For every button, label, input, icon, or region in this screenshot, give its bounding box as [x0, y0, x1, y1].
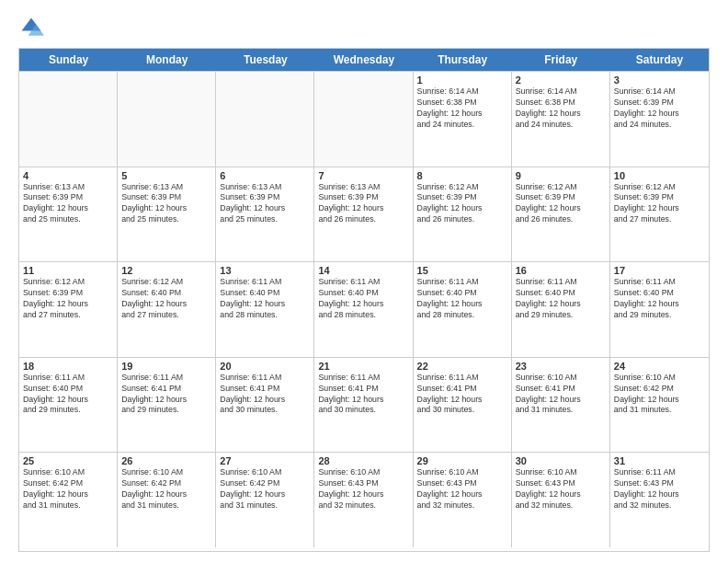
day-number: 14 [318, 265, 408, 276]
day-cell-17: 17Sunrise: 6:11 AM Sunset: 6:40 PM Dayli… [610, 262, 709, 357]
day-cell-24: 24Sunrise: 6:10 AM Sunset: 6:42 PM Dayli… [610, 358, 709, 453]
day-number: 31 [614, 455, 705, 466]
day-info: Sunrise: 6:10 AM Sunset: 6:42 PM Dayligh… [121, 467, 211, 511]
day-number: 19 [121, 361, 211, 372]
day-number: 15 [417, 265, 507, 276]
day-info: Sunrise: 6:11 AM Sunset: 6:41 PM Dayligh… [121, 373, 211, 417]
day-info: Sunrise: 6:11 AM Sunset: 6:40 PM Dayligh… [614, 277, 705, 321]
day-info: Sunrise: 6:14 AM Sunset: 6:38 PM Dayligh… [417, 86, 507, 131]
day-cell-9: 9Sunrise: 6:12 AM Sunset: 6:39 PM Daylig… [512, 167, 610, 262]
logo [18, 15, 48, 40]
day-cell-26: 26Sunrise: 6:10 AM Sunset: 6:42 PM Dayli… [118, 453, 216, 547]
day-cell-4: 4Sunrise: 6:13 AM Sunset: 6:39 PM Daylig… [19, 167, 118, 262]
empty-cell [216, 72, 314, 167]
day-info: Sunrise: 6:10 AM Sunset: 6:42 PM Dayligh… [614, 373, 705, 417]
day-info: Sunrise: 6:10 AM Sunset: 6:42 PM Dayligh… [220, 467, 310, 511]
day-cell-30: 30Sunrise: 6:10 AM Sunset: 6:43 PM Dayli… [512, 453, 610, 547]
week-row-5: 25Sunrise: 6:10 AM Sunset: 6:42 PM Dayli… [19, 452, 709, 547]
calendar-header: SundayMondayTuesdayWednesdayThursdayFrid… [19, 49, 709, 71]
day-cell-12: 12Sunrise: 6:12 AM Sunset: 6:40 PM Dayli… [118, 262, 216, 357]
day-number: 22 [417, 361, 507, 372]
week-row-2: 4Sunrise: 6:13 AM Sunset: 6:39 PM Daylig… [19, 167, 709, 262]
day-info: Sunrise: 6:10 AM Sunset: 6:41 PM Dayligh… [516, 373, 606, 417]
calendar: SundayMondayTuesdayWednesdayThursdayFrid… [18, 48, 710, 552]
day-cell-25: 25Sunrise: 6:10 AM Sunset: 6:42 PM Dayli… [19, 453, 118, 547]
week-row-1: 1Sunrise: 6:14 AM Sunset: 6:38 PM Daylig… [19, 71, 709, 167]
day-info: Sunrise: 6:12 AM Sunset: 6:40 PM Dayligh… [121, 277, 211, 321]
day-number: 18 [23, 361, 113, 372]
header [18, 15, 710, 40]
day-number: 20 [220, 361, 310, 372]
day-info: Sunrise: 6:11 AM Sunset: 6:41 PM Dayligh… [417, 373, 507, 417]
day-number: 21 [318, 361, 408, 372]
day-info: Sunrise: 6:11 AM Sunset: 6:40 PM Dayligh… [318, 277, 408, 321]
day-info: Sunrise: 6:11 AM Sunset: 6:43 PM Dayligh… [614, 467, 705, 511]
day-number: 8 [417, 170, 507, 181]
day-number: 9 [516, 170, 606, 181]
day-info: Sunrise: 6:13 AM Sunset: 6:39 PM Dayligh… [220, 182, 310, 226]
header-day-sunday: Sunday [19, 49, 118, 71]
day-number: 11 [23, 265, 113, 276]
page: SundayMondayTuesdayWednesdayThursdayFrid… [0, 0, 728, 563]
day-info: Sunrise: 6:10 AM Sunset: 6:43 PM Dayligh… [516, 467, 606, 511]
day-number: 30 [516, 455, 606, 466]
day-cell-11: 11Sunrise: 6:12 AM Sunset: 6:39 PM Dayli… [19, 262, 118, 357]
day-number: 10 [614, 170, 705, 181]
day-info: Sunrise: 6:13 AM Sunset: 6:39 PM Dayligh… [318, 182, 408, 226]
day-info: Sunrise: 6:13 AM Sunset: 6:39 PM Dayligh… [23, 182, 113, 226]
day-cell-7: 7Sunrise: 6:13 AM Sunset: 6:39 PM Daylig… [314, 167, 413, 262]
day-info: Sunrise: 6:12 AM Sunset: 6:39 PM Dayligh… [417, 182, 507, 226]
header-day-friday: Friday [512, 49, 610, 71]
day-cell-23: 23Sunrise: 6:10 AM Sunset: 6:41 PM Dayli… [512, 358, 610, 453]
day-number: 13 [220, 265, 310, 276]
day-cell-5: 5Sunrise: 6:13 AM Sunset: 6:39 PM Daylig… [118, 167, 216, 262]
week-row-4: 18Sunrise: 6:11 AM Sunset: 6:40 PM Dayli… [19, 357, 709, 453]
day-number: 26 [121, 455, 211, 466]
day-cell-21: 21Sunrise: 6:11 AM Sunset: 6:41 PM Dayli… [314, 358, 413, 453]
day-number: 28 [318, 455, 408, 466]
empty-cell [19, 72, 118, 167]
day-cell-28: 28Sunrise: 6:10 AM Sunset: 6:43 PM Dayli… [314, 453, 413, 547]
day-number: 17 [614, 265, 705, 276]
header-day-saturday: Saturday [610, 49, 709, 71]
calendar-body: 1Sunrise: 6:14 AM Sunset: 6:38 PM Daylig… [19, 71, 709, 547]
day-info: Sunrise: 6:11 AM Sunset: 6:40 PM Dayligh… [23, 373, 113, 417]
header-day-thursday: Thursday [414, 49, 512, 71]
day-cell-1: 1Sunrise: 6:14 AM Sunset: 6:38 PM Daylig… [414, 72, 512, 167]
day-number: 27 [220, 455, 310, 466]
day-cell-6: 6Sunrise: 6:13 AM Sunset: 6:39 PM Daylig… [216, 167, 314, 262]
day-cell-8: 8Sunrise: 6:12 AM Sunset: 6:39 PM Daylig… [414, 167, 512, 262]
logo-icon [18, 15, 44, 40]
day-info: Sunrise: 6:10 AM Sunset: 6:42 PM Dayligh… [23, 467, 113, 511]
day-number: 1 [417, 75, 507, 86]
day-cell-13: 13Sunrise: 6:11 AM Sunset: 6:40 PM Dayli… [216, 262, 314, 357]
day-number: 16 [516, 265, 606, 276]
day-info: Sunrise: 6:13 AM Sunset: 6:39 PM Dayligh… [121, 182, 211, 226]
day-number: 4 [23, 170, 113, 181]
week-row-3: 11Sunrise: 6:12 AM Sunset: 6:39 PM Dayli… [19, 261, 709, 357]
day-number: 7 [318, 170, 408, 181]
day-info: Sunrise: 6:11 AM Sunset: 6:40 PM Dayligh… [516, 277, 606, 321]
header-day-monday: Monday [118, 49, 216, 71]
day-number: 6 [220, 170, 310, 181]
empty-cell [314, 72, 413, 167]
day-info: Sunrise: 6:10 AM Sunset: 6:43 PM Dayligh… [318, 467, 408, 511]
day-cell-22: 22Sunrise: 6:11 AM Sunset: 6:41 PM Dayli… [414, 358, 512, 453]
day-info: Sunrise: 6:12 AM Sunset: 6:39 PM Dayligh… [614, 182, 705, 226]
header-day-tuesday: Tuesday [216, 49, 314, 71]
day-number: 24 [614, 361, 705, 372]
day-number: 5 [121, 170, 211, 181]
day-cell-2: 2Sunrise: 6:14 AM Sunset: 6:38 PM Daylig… [512, 72, 610, 167]
day-cell-10: 10Sunrise: 6:12 AM Sunset: 6:39 PM Dayli… [610, 167, 709, 262]
day-number: 23 [516, 361, 606, 372]
day-cell-20: 20Sunrise: 6:11 AM Sunset: 6:41 PM Dayli… [216, 358, 314, 453]
day-info: Sunrise: 6:11 AM Sunset: 6:41 PM Dayligh… [220, 373, 310, 417]
day-info: Sunrise: 6:11 AM Sunset: 6:41 PM Dayligh… [318, 373, 408, 417]
day-info: Sunrise: 6:11 AM Sunset: 6:40 PM Dayligh… [220, 277, 310, 321]
day-number: 3 [614, 75, 705, 86]
day-cell-16: 16Sunrise: 6:11 AM Sunset: 6:40 PM Dayli… [512, 262, 610, 357]
day-cell-31: 31Sunrise: 6:11 AM Sunset: 6:43 PM Dayli… [610, 453, 709, 547]
day-info: Sunrise: 6:12 AM Sunset: 6:39 PM Dayligh… [23, 277, 113, 321]
day-cell-18: 18Sunrise: 6:11 AM Sunset: 6:40 PM Dayli… [19, 358, 118, 453]
day-info: Sunrise: 6:14 AM Sunset: 6:39 PM Dayligh… [614, 86, 705, 131]
